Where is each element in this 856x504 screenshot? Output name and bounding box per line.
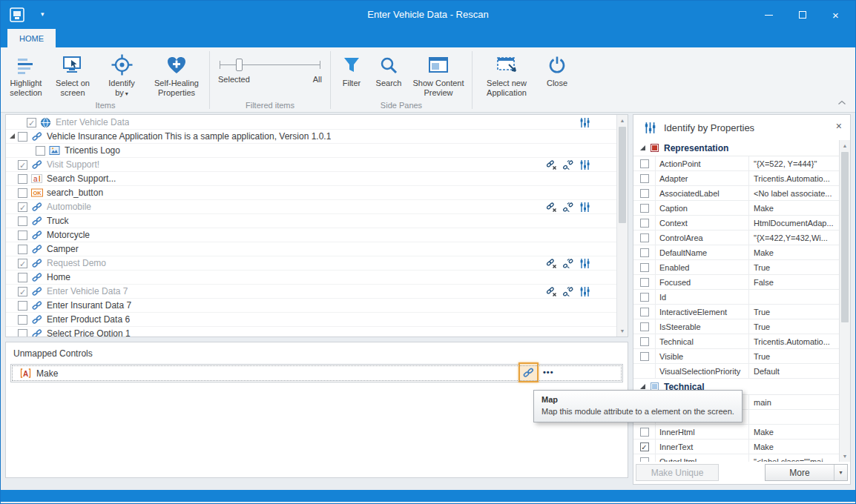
property-checkbox[interactable] bbox=[640, 219, 649, 228]
identify-by-dropdown-caret-icon[interactable]: ▾ bbox=[125, 90, 128, 97]
property-row[interactable]: VisibleTrue bbox=[633, 349, 839, 364]
row-checkbox[interactable] bbox=[36, 146, 45, 156]
row-checkbox[interactable] bbox=[18, 329, 27, 337]
property-row[interactable]: CaptionMake bbox=[633, 201, 839, 216]
tree-row[interactable]: aSearch Support... bbox=[6, 172, 616, 186]
row-checkbox[interactable] bbox=[18, 174, 27, 184]
tree-row[interactable]: ✓Automobile bbox=[6, 200, 616, 214]
property-checkbox[interactable] bbox=[640, 159, 649, 168]
property-checkbox[interactable] bbox=[640, 233, 649, 242]
break-icon[interactable] bbox=[562, 202, 574, 213]
filtered-items-slider-thumb[interactable] bbox=[236, 59, 243, 71]
more-button[interactable]: More ▾ bbox=[765, 464, 848, 481]
property-checkbox[interactable] bbox=[640, 293, 649, 302]
search-button[interactable]: Search bbox=[370, 50, 407, 89]
property-row[interactable]: VisualSelectionPriorityDefault bbox=[633, 364, 839, 379]
scroll-thumb[interactable] bbox=[619, 127, 626, 223]
tree-row[interactable]: Vehicle Insurance Application This is a … bbox=[6, 130, 616, 144]
minimize-button[interactable] bbox=[752, 3, 786, 27]
unmapped-control-row[interactable]: A Make ••• bbox=[10, 364, 623, 382]
property-checkbox[interactable] bbox=[640, 308, 649, 316]
sliders-icon[interactable] bbox=[579, 286, 591, 297]
identify-by-button[interactable]: Identify by▾ bbox=[97, 50, 146, 99]
property-row[interactable]: ControlArea"{X=422,Y=432,Wi... bbox=[633, 231, 839, 245]
show-content-preview-button[interactable]: Show Content Preview bbox=[407, 50, 470, 99]
tree-row[interactable]: Enter Insurant Data 7 bbox=[6, 299, 616, 313]
filter-button[interactable]: Filter bbox=[333, 50, 370, 89]
tree-row[interactable]: Select Price Option 1 bbox=[6, 327, 616, 336]
highlight-selection-button[interactable]: Highlight selection bbox=[4, 50, 48, 99]
tree-row[interactable]: Enter Product Data 6 bbox=[6, 313, 616, 327]
property-row[interactable]: TechnicalTricentis.Automatio... bbox=[633, 334, 839, 349]
scroll-up-button[interactable]: ▲ bbox=[840, 140, 850, 151]
property-row[interactable]: EnabledTrue bbox=[633, 260, 839, 275]
tree-row[interactable]: Truck bbox=[6, 214, 616, 228]
unmap-icon[interactable] bbox=[545, 159, 557, 170]
tree-row[interactable]: ✓Enter Vehicle Data 7 bbox=[6, 285, 616, 299]
property-checkbox[interactable]: ✓ bbox=[640, 442, 649, 451]
row-checkbox[interactable] bbox=[18, 273, 27, 282]
tree-row[interactable]: ✓Enter Vehicle Data bbox=[6, 116, 616, 130]
tree-row[interactable]: Camper bbox=[6, 242, 616, 256]
scroll-down-button[interactable]: ▼ bbox=[617, 325, 628, 336]
tree-row[interactable]: OKsearch_button bbox=[6, 186, 616, 200]
property-row[interactable]: InteractiveElementTrue bbox=[633, 305, 839, 319]
sliders-icon[interactable] bbox=[579, 258, 591, 269]
unmap-icon[interactable] bbox=[545, 286, 557, 297]
property-checkbox[interactable] bbox=[640, 248, 649, 257]
make-unique-button[interactable]: Make Unique bbox=[636, 464, 719, 481]
tree-row[interactable]: ✓Request Demo bbox=[6, 256, 616, 271]
panel-close-icon[interactable]: × bbox=[836, 121, 842, 131]
tree-row[interactable]: Tricentis Logo bbox=[6, 144, 616, 158]
ribbon-collapse-icon[interactable] bbox=[837, 97, 846, 107]
more-options-button[interactable]: ••• bbox=[543, 368, 554, 377]
row-checkbox[interactable] bbox=[18, 301, 27, 311]
property-checkbox[interactable] bbox=[640, 263, 649, 272]
property-row[interactable]: IsSteerableTrue bbox=[633, 319, 839, 334]
property-row[interactable]: AdapterTricentis.Automatio... bbox=[633, 171, 839, 186]
row-checkbox[interactable] bbox=[18, 315, 27, 325]
property-row[interactable]: ✓InnerTextMake bbox=[633, 440, 839, 454]
property-row[interactable]: Id bbox=[633, 290, 839, 305]
tree-row[interactable]: Home bbox=[6, 271, 616, 285]
property-checkbox[interactable] bbox=[640, 352, 649, 361]
property-checkbox[interactable] bbox=[640, 174, 649, 183]
collapse-triangle-icon[interactable] bbox=[640, 145, 645, 150]
scroll-up-button[interactable]: ▲ bbox=[617, 115, 628, 126]
maximize-button[interactable] bbox=[786, 3, 819, 27]
row-checkbox[interactable] bbox=[18, 231, 27, 240]
property-checkbox[interactable] bbox=[640, 278, 649, 287]
sliders-icon[interactable] bbox=[579, 202, 591, 213]
scroll-down-button[interactable]: ▼ bbox=[840, 451, 850, 462]
property-row[interactable]: InnerHtmlMake bbox=[633, 425, 839, 440]
sliders-icon[interactable] bbox=[579, 159, 591, 170]
tab-home[interactable]: HOME bbox=[7, 29, 56, 47]
properties-scrollbar[interactable]: ▲ ▼ bbox=[839, 140, 850, 462]
more-dropdown-caret-icon[interactable]: ▾ bbox=[834, 469, 847, 476]
property-checkbox[interactable] bbox=[640, 204, 649, 213]
row-checkbox[interactable] bbox=[18, 188, 27, 198]
property-checkbox[interactable] bbox=[640, 322, 649, 331]
property-checkbox[interactable] bbox=[640, 337, 649, 346]
row-checkbox[interactable]: ✓ bbox=[18, 160, 27, 170]
row-checkbox[interactable]: ✓ bbox=[18, 287, 27, 296]
row-checkbox[interactable] bbox=[18, 245, 27, 254]
unmap-icon[interactable] bbox=[545, 202, 557, 213]
map-button[interactable] bbox=[518, 362, 539, 382]
property-row[interactable]: FocusedFalse bbox=[633, 275, 839, 290]
unmap-icon[interactable] bbox=[545, 258, 557, 269]
row-checkbox[interactable]: ✓ bbox=[18, 202, 27, 212]
break-icon[interactable] bbox=[562, 159, 574, 170]
row-checkbox[interactable] bbox=[18, 216, 27, 226]
select-new-application-button[interactable]: Select new Application bbox=[475, 50, 539, 99]
property-checkbox[interactable] bbox=[640, 189, 649, 198]
property-row[interactable]: ContextHtmlDocumentAdap... bbox=[633, 216, 839, 231]
break-icon[interactable] bbox=[562, 286, 574, 297]
break-icon[interactable] bbox=[562, 258, 574, 269]
collapse-triangle-icon[interactable] bbox=[640, 384, 645, 389]
tree-row[interactable]: ✓Visit Support! bbox=[6, 158, 616, 172]
tree-row[interactable]: Motorcycle bbox=[6, 228, 616, 242]
row-checkbox[interactable]: ✓ bbox=[18, 259, 27, 268]
close-window-button[interactable]: × bbox=[819, 3, 852, 27]
section-header-representation[interactable]: Representation bbox=[633, 140, 839, 156]
